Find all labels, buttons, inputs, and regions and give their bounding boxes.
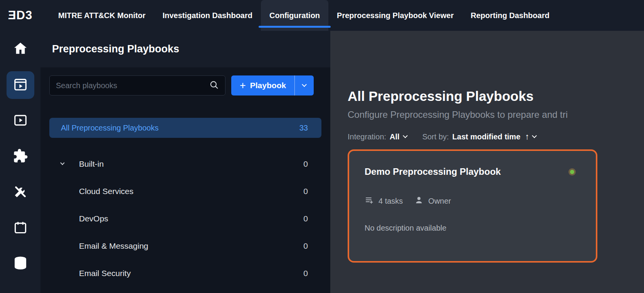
sidebar-item-playbook-viewer[interactable] — [7, 107, 34, 135]
sidebar-item-schedule[interactable] — [7, 214, 34, 242]
d3-logo[interactable]: ƎD3 — [0, 0, 40, 31]
tasks-count-label: 4 tasks — [378, 197, 403, 206]
tasks-icon — [365, 196, 374, 207]
tree-item-count: 0 — [303, 241, 308, 251]
integration-filter-label: Integration: — [348, 132, 386, 141]
card-meta-row: 4 tasks Owner — [365, 196, 580, 207]
tree-item-label: Cloud Services — [79, 187, 303, 196]
owner-label: Owner — [428, 197, 451, 206]
chevron-down-icon[interactable] — [60, 161, 64, 165]
tasks-meta: 4 tasks — [365, 196, 403, 207]
card-title-row: Demo Preprocessing Playbook — [365, 166, 580, 177]
database-icon — [13, 256, 28, 273]
sidebar-item-data[interactable] — [7, 250, 34, 278]
sort-label: Sort by: — [422, 132, 449, 141]
all-playbooks-label: All Preprocessing Playbooks — [61, 124, 158, 132]
tree-item-built-in[interactable]: Built-in 0 — [49, 150, 321, 177]
integration-filter-dropdown[interactable]: All — [390, 132, 407, 141]
sidebar-item-preprocessing-playbooks[interactable] — [7, 71, 34, 99]
sort-dropdown[interactable]: Last modified time — [452, 132, 521, 141]
tools-icon — [13, 184, 28, 201]
playbook-card-demo[interactable]: Demo Preprocessing Playbook 4 tasks — [348, 149, 597, 263]
tree-item-label: Email & Messaging — [79, 241, 303, 251]
home-icon — [13, 41, 28, 58]
nav-mitre-attack-monitor[interactable]: MITRE ATT&CK Monitor — [50, 0, 154, 31]
chevron-down-icon — [532, 133, 537, 138]
tree-item-count: 0 — [303, 187, 308, 196]
chevron-down-icon — [403, 133, 408, 138]
tree-item-label: DevOps — [79, 214, 303, 223]
tree-item-count: 0 — [303, 269, 308, 278]
tree-item-count: 0 — [303, 214, 308, 223]
sort-direction-dropdown[interactable] — [533, 136, 536, 137]
page-title: Preprocessing Playbooks — [52, 43, 179, 55]
sort-ascending-icon[interactable]: ↑ — [525, 132, 529, 142]
tree-item-label: Built-in — [79, 159, 303, 169]
chevron-down-icon — [302, 82, 307, 87]
search-input[interactable] — [56, 81, 209, 90]
add-playbook-dropdown-button[interactable] — [295, 75, 314, 95]
person-icon — [414, 196, 424, 207]
sidebar-item-home[interactable] — [7, 35, 34, 63]
playbook-card-title: Demo Preprocessing Playbook — [365, 166, 501, 177]
top-navbar: ƎD3 MITRE ATT&CK Monitor Investigation D… — [0, 0, 644, 31]
tree-item-email-messaging[interactable]: Email & Messaging 0 — [49, 232, 321, 260]
add-playbook-split-button: + Playbook — [231, 75, 314, 95]
main-heading: All Preprocessing Playbooks — [348, 89, 644, 104]
page-header: Preprocessing Playbooks — [40, 31, 330, 67]
integration-filter-value: All — [390, 132, 400, 141]
icon-sidebar — [0, 31, 40, 293]
list-item-all-playbooks[interactable]: All Preprocessing Playbooks 33 — [49, 118, 321, 138]
top-nav-items: MITRE ATT&CK Monitor Investigation Dashb… — [50, 0, 558, 31]
filter-row: Integration: All Sort by: Last modified … — [348, 132, 644, 142]
status-dot — [570, 170, 574, 174]
nav-reporting-dashboard[interactable]: Reporting Dashboard — [462, 0, 558, 31]
main-subheading: Configure Preprocessing Playbooks to pre… — [348, 109, 644, 120]
tree-item-count: 0 — [303, 159, 308, 169]
owner-meta: Owner — [414, 196, 451, 207]
tree-item-devops[interactable]: DevOps 0 — [49, 205, 321, 232]
add-playbook-label: Playbook — [250, 81, 286, 90]
video-playbook-icon — [13, 113, 28, 129]
playbook-card-description: No description available — [365, 224, 580, 233]
sidebar-item-integrations[interactable] — [7, 143, 34, 171]
tree-item-label: Email Security — [79, 269, 303, 278]
search-row: + Playbook — [49, 75, 321, 95]
search-box[interactable] — [49, 75, 225, 95]
playbook-icon — [13, 77, 28, 93]
nav-configuration[interactable]: Configuration — [261, 0, 328, 31]
plus-icon: + — [240, 80, 246, 91]
all-playbooks-count: 33 — [299, 124, 308, 132]
sidebar-item-utility-tools[interactable] — [7, 179, 34, 206]
nav-investigation-dashboard[interactable]: Investigation Dashboard — [154, 0, 261, 31]
add-playbook-button[interactable]: + Playbook — [231, 75, 294, 95]
sort-value: Last modified time — [452, 132, 521, 141]
puzzle-icon — [13, 148, 28, 165]
category-tree: Built-in 0 Cloud Services 0 DevOps 0 Ema… — [49, 150, 321, 287]
tree-item-email-security[interactable]: Email Security 0 — [49, 260, 321, 287]
search-icon[interactable] — [209, 80, 219, 91]
main-panel: All Preprocessing Playbooks Configure Pr… — [330, 31, 644, 293]
calendar-icon — [13, 220, 28, 236]
nav-preprocessing-playbook-viewer[interactable]: Preprocessing Playbook Viewer — [328, 0, 462, 31]
tree-item-cloud-services[interactable]: Cloud Services 0 — [49, 177, 321, 205]
playbook-list-panel: + Playbook All Preprocessing Playbooks 3… — [40, 67, 330, 293]
sort-group: Sort by: Last modified time ↑ — [422, 132, 536, 142]
